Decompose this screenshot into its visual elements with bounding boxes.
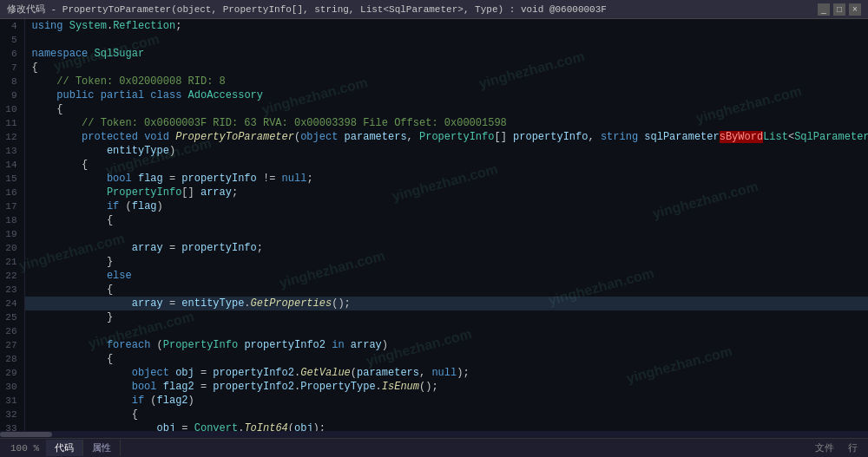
line-number: 15 (0, 172, 24, 186)
line-content: else (24, 269, 868, 283)
table-row: 31 if (flag2) (0, 394, 868, 408)
table-row: 20 array = propertyInfo; (0, 241, 868, 255)
title-controls: _ □ × (818, 3, 861, 16)
line-content: // Token: 0x02000008 RID: 8 (24, 75, 868, 88)
line-number: 26 (0, 324, 24, 338)
line-content: bool flag2 = propertyInfo2.PropertyType.… (24, 380, 868, 394)
table-row: 10 { (0, 102, 868, 116)
line-number: 33 (0, 421, 24, 431)
line-number: 30 (0, 380, 24, 394)
line-number: 12 (0, 130, 24, 144)
table-row: 17 if (flag) (0, 199, 868, 213)
line-number: 29 (0, 366, 24, 380)
bottom-tabs: 100 % 代码 属性 文件 行 (0, 438, 868, 457)
line-number: 4 (0, 19, 24, 33)
line-number: 27 (0, 338, 24, 352)
table-row: 15 bool flag = propertyInfo != null; (0, 172, 868, 186)
line-number: 32 (0, 408, 24, 421)
tab-attributes[interactable]: 属性 (83, 440, 121, 456)
table-row: 9 public partial class AdoAccessory (0, 88, 868, 102)
line-content: array = propertyInfo; (24, 241, 868, 255)
line-number: 21 (0, 255, 24, 269)
tab-code[interactable]: 代码 (46, 440, 83, 456)
line-content: { (24, 408, 868, 421)
line-content: { (24, 158, 868, 172)
line-number: 25 (0, 310, 24, 324)
line-number: 31 (0, 394, 24, 408)
line-content: public partial class AdoAccessory (24, 88, 868, 102)
line-number: 13 (0, 144, 24, 158)
line-number: 20 (0, 241, 24, 255)
table-row: 8 // Token: 0x02000008 RID: 8 (0, 75, 868, 88)
line-content: { (24, 213, 868, 227)
line-content: array = entityType.GetProperties(); (24, 297, 868, 310)
line-content (24, 33, 868, 47)
table-row: 16 PropertyInfo[] array; (0, 186, 868, 199)
title-text: 修改代码 - PropertyToParameter(object, Prope… (7, 3, 607, 16)
table-row: 24 array = entityType.GetProperties(); (0, 297, 868, 310)
line-number: 9 (0, 88, 24, 102)
table-row: 12 protected void PropertyToParameter(ob… (0, 130, 868, 144)
line-content: { (24, 61, 868, 75)
line-content: using System.Reflection; (24, 19, 868, 33)
table-row: 18 { (0, 213, 868, 227)
line-content: entityType) (24, 144, 868, 158)
zoom-label: 100 % (3, 443, 46, 454)
line-content: { (24, 283, 868, 297)
table-row: 26 (0, 324, 868, 338)
line-number: 11 (0, 116, 24, 130)
code-area[interactable]: yinghezhan.comyinghezhan.comyinghezhan.c… (0, 19, 868, 431)
editor-container: yinghezhan.comyinghezhan.comyinghezhan.c… (0, 19, 868, 457)
line-content (24, 227, 868, 241)
line-number: 22 (0, 269, 24, 283)
line-number: 16 (0, 186, 24, 199)
line-number: 14 (0, 158, 24, 172)
line-content (24, 324, 868, 338)
scroll-bar[interactable] (0, 431, 868, 438)
line-number: 7 (0, 61, 24, 75)
scroll-thumb[interactable] (0, 432, 52, 437)
line-number: 8 (0, 75, 24, 88)
line-content: { (24, 352, 868, 366)
minimize-button[interactable]: _ (818, 3, 830, 16)
line-number: 10 (0, 102, 24, 116)
table-row: 27 foreach (PropertyInfo propertyInfo2 i… (0, 338, 868, 352)
table-row: 19 (0, 227, 868, 241)
line-content: if (flag) (24, 199, 868, 213)
table-row: 32 { (0, 408, 868, 421)
table-row: 5 (0, 33, 868, 47)
status-right: 文件 行 (815, 441, 865, 454)
table-row: 11 // Token: 0x0600003F RID: 63 RVA: 0x0… (0, 116, 868, 130)
table-row: 25 } (0, 310, 868, 324)
table-row: 29 object obj = propertyInfo2.GetValue(p… (0, 366, 868, 380)
line-content: PropertyInfo[] array; (24, 186, 868, 199)
line-number: 6 (0, 47, 24, 61)
line-content: { (24, 102, 868, 116)
table-row: 22 else (0, 269, 868, 283)
file-label: 文件 (815, 441, 834, 454)
line-number: 28 (0, 352, 24, 366)
line-content: } (24, 255, 868, 269)
table-row: 6namespace SqlSugar (0, 47, 868, 61)
table-row: 28 { (0, 352, 868, 366)
line-content: object obj = propertyInfo2.GetValue(para… (24, 366, 868, 380)
line-content: obj = Convert.ToInt64(obj); (24, 421, 868, 431)
line-number: 19 (0, 227, 24, 241)
table-row: 30 bool flag2 = propertyInfo2.PropertyTy… (0, 380, 868, 394)
close-button[interactable]: × (849, 3, 861, 16)
maximize-button[interactable]: □ (833, 3, 845, 16)
line-content: if (flag2) (24, 394, 868, 408)
table-row: 14 { (0, 158, 868, 172)
line-content: protected void PropertyToParameter(objec… (24, 130, 868, 144)
table-row: 21 } (0, 255, 868, 269)
code-table: 4using System.Reflection;5 6namespace Sq… (0, 19, 868, 431)
line-number: 5 (0, 33, 24, 47)
line-content: // Token: 0x0600003F RID: 63 RVA: 0x0000… (24, 116, 868, 130)
table-row: 4using System.Reflection; (0, 19, 868, 33)
line-number: 17 (0, 199, 24, 213)
line-label: 行 (848, 441, 858, 454)
table-row: 33 obj = Convert.ToInt64(obj); (0, 421, 868, 431)
line-content: bool flag = propertyInfo != null; (24, 172, 868, 186)
line-number: 18 (0, 213, 24, 227)
table-row: 13 entityType) (0, 144, 868, 158)
